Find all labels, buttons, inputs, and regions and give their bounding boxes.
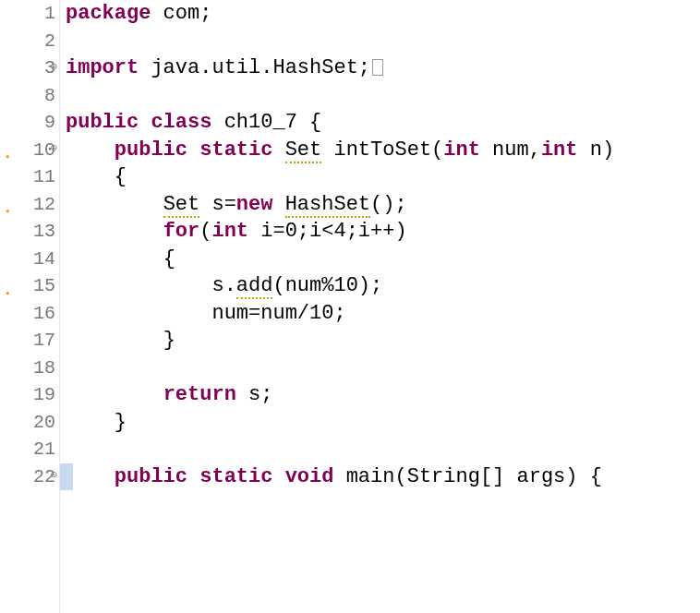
code-token: for [163, 220, 200, 243]
code-token: add [236, 274, 273, 299]
code-token: ch10_7 { [211, 111, 321, 134]
code-token: package [66, 2, 151, 25]
code-line[interactable]: public static void main(String[] args) { [66, 463, 700, 491]
fold-collapse-icon[interactable]: ⊖ [51, 463, 57, 491]
line-number: 22⊖ [0, 463, 55, 491]
code-line[interactable]: { [66, 246, 700, 273]
fold-collapse-icon[interactable]: ⊖ [51, 137, 57, 164]
code-token: ( [199, 220, 211, 243]
code-token: public [115, 465, 187, 488]
code-token: HashSet [285, 193, 370, 218]
code-token [187, 138, 199, 162]
selection-highlight [60, 463, 73, 490]
code-line[interactable]: } [66, 327, 700, 355]
code-token: } [115, 411, 127, 434]
warning-marker-icon: 🔸 [2, 198, 13, 210]
code-line[interactable] [66, 28, 700, 55]
code-token: (); [370, 193, 407, 216]
code-editor[interactable]: 123⊕8910🔸⊖1112🔸131415🔸16171819202122⊖ pa… [0, 0, 700, 613]
line-number: 21 [0, 436, 55, 463]
code-token: class [151, 111, 211, 134]
code-line[interactable] [66, 436, 700, 463]
code-line[interactable]: package com; [66, 0, 700, 28]
code-line[interactable]: num=num/10; [66, 300, 700, 328]
line-number: 16 [0, 300, 55, 328]
code-token: Set [285, 138, 322, 163]
line-number: 11 [0, 163, 55, 191]
code-token: java.util.HashSet; [139, 56, 370, 79]
code-token: static [199, 138, 272, 162]
code-line[interactable]: } [66, 409, 700, 437]
code-token [272, 465, 284, 488]
code-token [139, 111, 151, 134]
code-token [187, 465, 199, 488]
code-token: intToSet( [321, 138, 443, 162]
code-line[interactable]: import java.util.HashSet; [66, 54, 700, 82]
code-token: num, [480, 138, 541, 162]
code-token: int [443, 138, 480, 162]
warning-marker-icon: 🔸 [2, 281, 13, 292]
code-token: return [163, 383, 236, 406]
code-token: s= [199, 193, 236, 216]
code-token: main(String[] args) { [333, 465, 601, 488]
code-token: Set [163, 193, 200, 218]
code-token: public [66, 111, 139, 134]
code-line[interactable]: { [66, 163, 700, 191]
code-token: { [163, 247, 175, 270]
code-line[interactable] [66, 82, 700, 110]
code-token: n) [578, 138, 615, 162]
code-token: import [66, 56, 139, 79]
code-token: int [211, 220, 248, 243]
code-line[interactable] [66, 355, 700, 382]
code-token: (num%10); [272, 274, 382, 297]
line-number: 14 [0, 246, 55, 273]
code-token: s. [211, 274, 235, 297]
code-token: com; [151, 2, 211, 25]
line-number-gutter: 123⊕8910🔸⊖1112🔸131415🔸16171819202122⊖ [0, 0, 60, 613]
code-line[interactable]: public static Set intToSet(int num,int n… [66, 137, 700, 164]
code-line[interactable]: public class ch10_7 { [66, 109, 700, 137]
code-token [272, 193, 284, 216]
line-number: 13 [0, 218, 55, 246]
line-number: 15🔸 [0, 272, 55, 300]
code-token: num=num/10; [211, 302, 345, 325]
code-token [272, 138, 284, 162]
line-number: 3⊕ [0, 54, 55, 82]
line-number: 1 [0, 0, 55, 28]
line-number: 8 [0, 82, 55, 110]
line-number: 17 [0, 327, 55, 355]
code-token: public [115, 138, 187, 162]
code-line[interactable]: Set s=new HashSet(); [66, 191, 700, 219]
code-token: { [115, 165, 127, 188]
code-token: static [199, 465, 272, 488]
line-number: 19 [0, 381, 55, 409]
line-number: 20 [0, 409, 55, 437]
line-number: 12🔸 [0, 191, 55, 219]
code-area[interactable]: package com;import java.util.HashSet;pub… [60, 0, 700, 613]
code-token: int [541, 138, 578, 162]
warning-marker-icon: 🔸 [2, 144, 13, 155]
fold-expand-icon[interactable]: ⊕ [51, 54, 57, 82]
code-token: } [163, 329, 175, 352]
line-number: 10🔸⊖ [0, 137, 55, 164]
code-token: s; [236, 383, 273, 406]
folded-code-icon[interactable] [372, 59, 383, 76]
line-number: 2 [0, 28, 55, 55]
line-number: 9 [0, 109, 55, 137]
code-token: void [285, 465, 334, 488]
code-token: i=0;i<4;i++) [248, 220, 407, 243]
code-token: new [236, 193, 273, 216]
line-number: 18 [0, 355, 55, 382]
code-line[interactable]: return s; [66, 381, 700, 409]
code-line[interactable]: s.add(num%10); [66, 272, 700, 300]
code-line[interactable]: for(int i=0;i<4;i++) [66, 218, 700, 246]
